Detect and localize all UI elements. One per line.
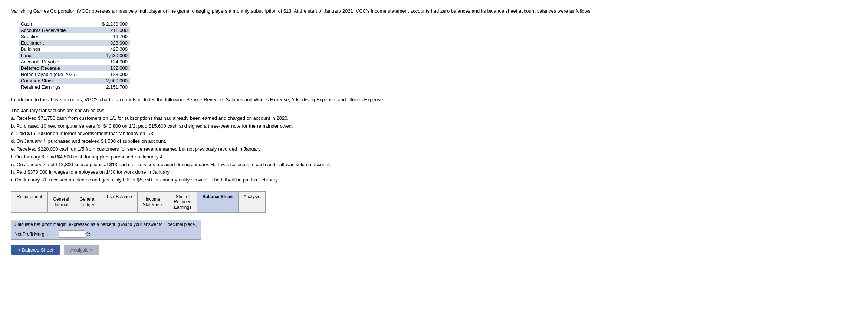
- balance-label: Deferred Revenue: [19, 65, 93, 71]
- net-profit-margin-input[interactable]: [59, 230, 85, 238]
- balance-label: Cash: [19, 21, 93, 27]
- tab-general-ledger[interactable]: GeneralLedger: [74, 192, 101, 212]
- tab-label-line: Statement: [143, 202, 163, 207]
- tab-requirement[interactable]: Requirement: [11, 192, 48, 212]
- balance-label: Notes Payable (due 2025): [19, 71, 93, 78]
- tab-trial-balance[interactable]: Trial Balance: [101, 192, 138, 212]
- transaction-item: h. Paid $370,000 in wages to employees o…: [11, 168, 857, 176]
- tab-general-journal[interactable]: GeneralJournal: [48, 192, 75, 212]
- balance-label: Buildings: [19, 46, 93, 52]
- balance-value: 425,000: [93, 46, 130, 52]
- balance-row: Supplies16,700: [19, 33, 130, 40]
- task-row: Net Profit Margin %: [11, 229, 201, 239]
- transaction-item: f. On January 6, paid $4,500 cash for su…: [11, 153, 857, 161]
- bottom-section: Calculate net profit margin, expressed a…: [11, 220, 857, 255]
- tab-stmt-retained-earnings[interactable]: Stmt ofRetainedEarnings: [168, 192, 197, 212]
- tab-label-line: Earnings: [174, 205, 191, 210]
- transaction-item: e. Received $220,000 cash on 1/5 from cu…: [11, 145, 857, 153]
- balance-value: 928,000: [93, 40, 130, 46]
- tab-label-line: Retained: [174, 199, 191, 204]
- navigation-tabs: RequirementGeneralJournalGeneralLedgerTr…: [11, 191, 266, 213]
- balance-row: Land1,630,000: [19, 52, 130, 59]
- balance-label: Retained Earnings: [19, 84, 93, 90]
- balance-row: Deferred Revenue132,000: [19, 65, 130, 71]
- tab-analysis[interactable]: Analysis: [239, 192, 266, 212]
- balance-table: Cash$ 2,230,000Accounts Receivable211,00…: [19, 21, 857, 90]
- prev-button[interactable]: < Balance Sheet: [11, 245, 60, 255]
- tab-label-line: General: [53, 197, 69, 202]
- transaction-item: c. Paid $15,100 for an Internet advertis…: [11, 130, 857, 138]
- balance-value: 2,900,000: [93, 78, 130, 84]
- transaction-item: g. On January 7, sold 13,800 subscriptio…: [11, 161, 857, 169]
- tab-label-line: General: [79, 197, 95, 202]
- tab-label-line: Stmt of: [175, 194, 190, 199]
- nav-buttons: < Balance Sheet Analysis >: [11, 245, 857, 255]
- balance-value: 211,000: [93, 27, 130, 33]
- transaction-item: a. Received $71,750 cash from customers …: [11, 115, 857, 122]
- task-header: Calculate net profit margin, expressed a…: [11, 220, 201, 229]
- net-profit-margin-label: Net Profit Margin: [14, 231, 59, 237]
- balance-value: 1,630,000: [93, 52, 130, 59]
- tab-label-line: Ledger: [80, 202, 94, 207]
- balance-row: Cash$ 2,230,000: [19, 21, 130, 27]
- balance-value: 16,700: [93, 33, 130, 40]
- transaction-item: d. On January 4, purchased and received …: [11, 138, 857, 145]
- balance-row: Common Stock2,900,000: [19, 78, 130, 84]
- balance-label: Supplies: [19, 33, 93, 40]
- balance-row: Accounts Receivable211,000: [19, 27, 130, 33]
- balance-row: Equipment928,000: [19, 40, 130, 46]
- next-button[interactable]: Analysis >: [64, 245, 99, 255]
- balance-row: Accounts Payable134,000: [19, 59, 130, 65]
- balance-label: Land: [19, 52, 93, 59]
- transaction-item: i. On January 31, received an electric a…: [11, 176, 857, 184]
- tab-income-statement[interactable]: IncomeStatement: [138, 192, 169, 212]
- balance-label: Accounts Payable: [19, 59, 93, 65]
- balance-row: Retained Earnings2,151,700: [19, 84, 130, 90]
- balance-row: Notes Payable (due 2025)123,000: [19, 71, 130, 78]
- additional-accounts-text: In addition to the above accounts, VGC's…: [11, 96, 857, 104]
- balance-value: 123,000: [93, 71, 130, 78]
- transaction-item: b. Purchased 10 new computer servers for…: [11, 122, 857, 130]
- task-box: Calculate net profit margin, expressed a…: [11, 220, 201, 240]
- transactions-header: The January transactions are shown below…: [11, 107, 857, 115]
- balance-value: 134,000: [93, 59, 130, 65]
- tab-balance-sheet[interactable]: Balance Sheet: [197, 192, 238, 212]
- balance-value: 132,000: [93, 65, 130, 71]
- balance-label: Accounts Receivable: [19, 27, 93, 33]
- percent-sign: %: [86, 231, 91, 237]
- balance-label: Equipment: [19, 40, 93, 46]
- tab-label-line: Income: [145, 197, 160, 202]
- balance-value: 2,151,700: [93, 84, 130, 90]
- balance-row: Buildings425,000: [19, 46, 130, 52]
- transactions-section: The January transactions are shown below…: [11, 107, 857, 184]
- tab-label-line: Journal: [53, 202, 68, 207]
- balance-value: $ 2,230,000: [93, 21, 130, 27]
- balance-label: Common Stock: [19, 78, 93, 84]
- intro-paragraph: Vanishing Games Corporation (VGC) operat…: [11, 7, 857, 15]
